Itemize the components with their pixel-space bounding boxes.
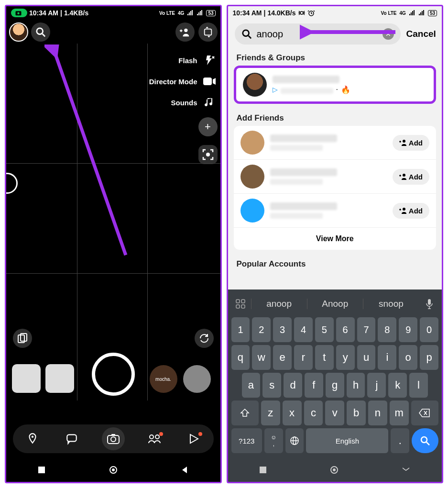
nav-map[interactable]: [23, 429, 42, 448]
sounds-label: Sounds: [171, 99, 197, 107]
add-friend-button[interactable]: [175, 22, 195, 42]
key-a[interactable]: a: [242, 373, 261, 398]
sys-back[interactable]: [180, 466, 189, 474]
search-input[interactable]: [257, 29, 378, 40]
key-c[interactable]: c: [304, 401, 323, 425]
key-6[interactable]: 6: [336, 317, 355, 342]
key-search[interactable]: [412, 428, 438, 453]
search-box[interactable]: ✕: [235, 23, 401, 45]
key-o[interactable]: o: [399, 345, 417, 370]
key-p[interactable]: p: [420, 345, 438, 370]
director-mode-button[interactable]: [201, 73, 218, 89]
volte-indicator: Vo LTE: [159, 11, 175, 16]
key-0[interactable]: 0: [420, 317, 438, 342]
key-space[interactable]: English: [306, 428, 388, 453]
key-backspace[interactable]: [411, 401, 438, 425]
scan-button[interactable]: [198, 145, 218, 164]
suggestion-2[interactable]: Anoop: [307, 299, 363, 309]
clear-search-button[interactable]: ✕: [382, 28, 394, 40]
key-j[interactable]: j: [367, 373, 386, 398]
key-symbols[interactable]: ?123: [231, 428, 262, 453]
key-l[interactable]: l: [409, 373, 428, 398]
key-g[interactable]: g: [326, 373, 344, 398]
cancel-button[interactable]: Cancel: [406, 29, 436, 39]
key-r[interactable]: r: [294, 345, 313, 370]
add-friends-card: Add Add Add View More: [234, 126, 437, 250]
svg-point-4: [184, 29, 187, 32]
svg-point-2: [37, 28, 43, 34]
view-more-button[interactable]: View More: [234, 228, 437, 250]
sounds-button[interactable]: [201, 94, 218, 111]
more-options-button[interactable]: +: [198, 117, 218, 136]
key-8[interactable]: 8: [378, 317, 396, 342]
lens-option-2[interactable]: [183, 365, 211, 393]
flash-button[interactable]: [201, 52, 218, 68]
camera-viewfinder[interactable]: Flash Director Mode Sounds +: [6, 20, 220, 482]
key-h[interactable]: h: [347, 373, 365, 398]
kb-mic-button[interactable]: [419, 299, 440, 309]
key-language[interactable]: [285, 428, 304, 453]
sys-recents[interactable]: [259, 466, 267, 474]
key-5[interactable]: 5: [315, 317, 334, 342]
suggested-user-row[interactable]: Add: [234, 160, 437, 194]
search-button[interactable]: [31, 22, 50, 42]
suggestion-1[interactable]: anoop: [251, 299, 307, 309]
key-q[interactable]: q: [231, 345, 250, 370]
alarm-icon: [307, 9, 315, 17]
nav-stories[interactable]: [145, 429, 164, 448]
memory-thumb-2[interactable]: [45, 364, 74, 393]
key-7[interactable]: 7: [357, 317, 376, 342]
key-1[interactable]: 1: [231, 317, 250, 342]
key-k[interactable]: k: [388, 373, 407, 398]
sys-home[interactable]: [109, 465, 118, 475]
key-s[interactable]: s: [262, 373, 281, 398]
chat-icon: [66, 433, 78, 445]
lens-mocha[interactable]: mocha.: [150, 365, 177, 393]
kb-grid-button[interactable]: [230, 299, 251, 309]
key-2[interactable]: 2: [252, 317, 271, 342]
nav-camera[interactable]: [102, 427, 125, 450]
key-i[interactable]: i: [378, 345, 396, 370]
key-m[interactable]: m: [390, 401, 409, 425]
key-x[interactable]: x: [283, 401, 302, 425]
key-b[interactable]: b: [347, 401, 366, 425]
flip-camera-button[interactable]: [198, 22, 218, 42]
add-button[interactable]: Add: [393, 135, 429, 151]
add-button[interactable]: Add: [393, 169, 429, 185]
key-f[interactable]: f: [305, 373, 323, 398]
memory-thumb-1[interactable]: [12, 364, 41, 393]
add-button[interactable]: Add: [393, 203, 429, 219]
suggestion-3[interactable]: snoop: [363, 299, 419, 309]
suggested-user-row[interactable]: Add: [234, 126, 437, 160]
key-y[interactable]: y: [336, 345, 355, 370]
lens-explorer-button[interactable]: [195, 329, 214, 348]
key-9[interactable]: 9: [399, 317, 417, 342]
friend-result-card[interactable]: ▷ · 🔥: [234, 66, 437, 104]
sys-back[interactable]: [402, 467, 410, 473]
key-v[interactable]: v: [325, 401, 344, 425]
nav-spotlight[interactable]: [184, 429, 203, 448]
suggested-user-row[interactable]: Add: [234, 194, 437, 228]
key-u[interactable]: u: [357, 345, 376, 370]
svg-point-9: [206, 153, 210, 156]
key-z[interactable]: z: [261, 401, 280, 425]
profile-avatar[interactable]: [9, 22, 28, 42]
memories-button[interactable]: [13, 329, 32, 348]
key-period[interactable]: .: [391, 428, 409, 453]
key-n[interactable]: n: [368, 401, 387, 425]
nav-chat[interactable]: [62, 429, 81, 448]
key-shift[interactable]: [231, 401, 259, 425]
svg-point-18: [150, 435, 153, 439]
key-e[interactable]: e: [273, 345, 292, 370]
key-d[interactable]: d: [284, 373, 302, 398]
shutter-button[interactable]: [92, 353, 135, 396]
key-3[interactable]: 3: [273, 317, 292, 342]
key-t[interactable]: t: [315, 345, 334, 370]
signal-icon-2: [418, 10, 425, 16]
key-4[interactable]: 4: [294, 317, 313, 342]
sys-recents[interactable]: [37, 466, 46, 474]
key-emoji[interactable]: ☺,: [264, 428, 283, 453]
vibrate-icon: [298, 10, 306, 16]
key-w[interactable]: w: [252, 345, 271, 370]
sys-home[interactable]: [329, 465, 339, 475]
